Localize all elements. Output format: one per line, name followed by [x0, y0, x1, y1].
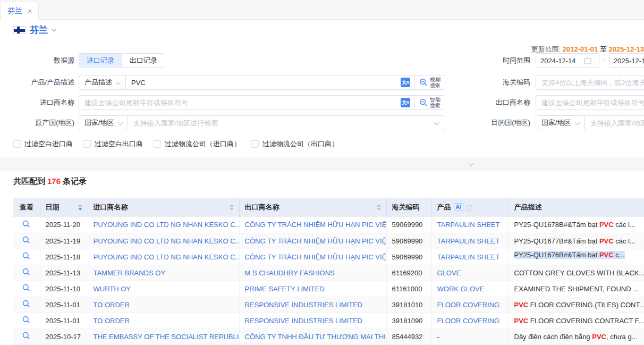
- importer-link[interactable]: PUYOUNG IND CO LTD NG NHAN KESKO C...: [94, 221, 240, 229]
- date-cell: 2025-11-13: [40, 265, 88, 281]
- origin-country-input[interactable]: [128, 116, 435, 130]
- country-header[interactable]: 芬兰: [13, 24, 56, 36]
- sort-asc-icon[interactable]: [230, 204, 234, 207]
- chevron-down-icon[interactable]: [52, 27, 57, 32]
- checkbox-icon[interactable]: [83, 140, 91, 148]
- importer-link[interactable]: THE EMBASSY OF THE SOCIALIST REPUBLIC...: [94, 333, 240, 341]
- view-record-icon[interactable]: [22, 316, 30, 324]
- date-from-field[interactable]: [536, 53, 599, 68]
- chevron-down-icon[interactable]: [434, 120, 439, 125]
- view-record-icon[interactable]: [22, 220, 30, 228]
- exporter-link[interactable]: CÔNG TY TRÁCH NHIỆM HỮU HẠN PIC VIỆ...: [245, 237, 387, 245]
- ai-badge: AI: [454, 203, 463, 211]
- product-label: 产品/产品描述: [0, 75, 74, 90]
- tab-import-records[interactable]: 进口记录: [79, 54, 122, 67]
- exporter-link[interactable]: CÔNG TY TRÁCH NHIỆM HỮU HẠN PIC VIỆ...: [245, 221, 387, 229]
- checkbox-filter-blank-importer[interactable]: 过滤空白进口商: [13, 139, 73, 149]
- importer-link[interactable]: WURTH OY: [94, 285, 131, 293]
- importer-input[interactable]: [79, 96, 401, 110]
- tab-export-records[interactable]: 出口记录: [122, 54, 165, 67]
- view-record-icon[interactable]: [22, 252, 30, 260]
- view-record-icon[interactable]: [22, 284, 30, 292]
- importer-link[interactable]: TO ORDER: [94, 317, 130, 325]
- importer-link[interactable]: PUYOUNG IND CO LTD NG NHAN KESKO C...: [94, 237, 240, 245]
- sort-asc-icon[interactable]: [78, 204, 82, 207]
- exporter-link[interactable]: M S CHAUDHRY FASHIONS: [245, 269, 335, 277]
- view-cell[interactable]: [13, 281, 40, 297]
- exporter-link[interactable]: RESPONSIVE INDUSTRIES LIMITED: [245, 317, 363, 325]
- origin-country-select[interactable]: 国家/地区: [79, 116, 128, 130]
- date-from-input[interactable]: [536, 57, 584, 65]
- importer-label: 进口商名称: [0, 95, 74, 110]
- exporter-cell: M S CHAUDHRY FASHIONS: [239, 265, 386, 281]
- checkbox-filter-logistics-exporter[interactable]: 过滤物流公司（出口商）: [251, 139, 338, 149]
- view-cell[interactable]: [13, 329, 40, 344]
- product-link[interactable]: TARPAULIN SHEET: [437, 237, 500, 245]
- view-cell[interactable]: [13, 297, 40, 313]
- view-cell[interactable]: [13, 265, 40, 281]
- view-record-icon[interactable]: [22, 268, 30, 276]
- destination-country-select[interactable]: 国家/地区: [536, 116, 585, 130]
- importer-link[interactable]: PUYOUNG IND CO LTD NG NHAN KESKO C...: [94, 253, 240, 261]
- destination-country-input[interactable]: [585, 116, 644, 130]
- description-cell: Dây điện cách điện bằng PVC, chưa g...: [509, 329, 644, 344]
- exporter-cell: PRIME SAFETY LIMITED: [239, 281, 386, 297]
- checkbox-icon[interactable]: [251, 140, 259, 148]
- results-number: 176: [47, 176, 61, 186]
- sort-date[interactable]: [78, 204, 82, 211]
- exporter-link[interactable]: CÔNG TY TNHH ĐẦU TƯ THƯƠNG MẠI THI...: [245, 333, 387, 341]
- sort-desc-icon[interactable]: [377, 208, 381, 211]
- sort-exporter[interactable]: [377, 204, 381, 211]
- checkbox-icon[interactable]: [154, 140, 161, 148]
- date-to-input[interactable]: [609, 57, 644, 65]
- checkbox-filter-logistics-importer[interactable]: 过滤物流公司（进口商）: [154, 139, 241, 149]
- view-cell[interactable]: [13, 313, 40, 329]
- exporter-label: 出口商名称: [456, 95, 530, 110]
- product-input[interactable]: [126, 75, 401, 89]
- product-link[interactable]: TARPAULIN SHEET: [437, 221, 500, 229]
- desc-highlight: PVC: [599, 251, 614, 259]
- col-date[interactable]: 日期: [40, 198, 88, 217]
- sort-asc-icon[interactable]: [377, 204, 381, 207]
- view-record-icon[interactable]: [22, 236, 30, 244]
- col-importer[interactable]: 进口商名称: [88, 198, 239, 217]
- exporter-link[interactable]: CÔNG TY TRÁCH NHIỆM HỮU HẠN PIC VIỆ...: [245, 253, 387, 261]
- view-cell[interactable]: [13, 233, 40, 249]
- product-link[interactable]: GLOVE: [437, 269, 461, 277]
- collapse-filters-button[interactable]: [461, 159, 480, 169]
- translate-icon[interactable]: 文A: [401, 98, 410, 107]
- product-link[interactable]: WORK GLOVE: [437, 285, 485, 293]
- view-cell[interactable]: [13, 249, 40, 265]
- exporter-link[interactable]: PRIME SAFETY LIMITED: [245, 285, 325, 293]
- col-exporter[interactable]: 出口商名称: [239, 198, 386, 217]
- product-link[interactable]: TARPAULIN SHEET: [437, 253, 500, 261]
- checkbox-filter-blank-exporter[interactable]: 过滤空白出口商: [83, 139, 143, 149]
- checkbox-icon[interactable]: [13, 140, 21, 148]
- fuzzy-search-button[interactable]: 模糊 搜索: [414, 75, 445, 89]
- product-link[interactable]: FLOOR COVERING: [437, 317, 500, 325]
- sort-desc-icon[interactable]: [78, 208, 82, 211]
- hs-code-input[interactable]: [536, 75, 644, 90]
- close-icon[interactable]: ×: [28, 7, 32, 15]
- importer-link[interactable]: TO ORDER: [94, 301, 130, 309]
- filter-checkbox-row: 过滤空白进口商 过滤空白出口商 过滤物流公司（进口商） 过滤物流公司（出口商）: [13, 139, 338, 149]
- sort-desc-icon[interactable]: [230, 208, 234, 211]
- translate-icon[interactable]: 文A: [401, 78, 410, 87]
- hs-code-cell: 61169200: [386, 265, 431, 281]
- view-record-icon[interactable]: [22, 300, 30, 308]
- hs-code-cell: 59069990: [386, 217, 431, 233]
- sort-importer[interactable]: [230, 204, 234, 211]
- origin-country-select-value: 国家/地区: [84, 118, 114, 128]
- importer-link[interactable]: TAMMER BRANDS OY: [94, 269, 166, 277]
- tab-finland[interactable]: 芬兰 ×: [1, 2, 39, 20]
- exporter-input[interactable]: [536, 95, 644, 110]
- product-link[interactable]: FLOOR COVERING: [437, 301, 500, 309]
- info-icon[interactable]: i: [465, 205, 472, 212]
- product-type-select[interactable]: 产品描述: [79, 75, 126, 89]
- date-to-field[interactable]: [609, 53, 644, 68]
- exporter-link[interactable]: RESPONSIVE INDUSTRIES LIMITED: [245, 301, 363, 309]
- view-record-icon[interactable]: [22, 332, 30, 340]
- view-cell[interactable]: [13, 217, 40, 233]
- smart-search-button[interactable]: 智能 搜索: [414, 96, 445, 110]
- calendar-icon[interactable]: [584, 57, 591, 64]
